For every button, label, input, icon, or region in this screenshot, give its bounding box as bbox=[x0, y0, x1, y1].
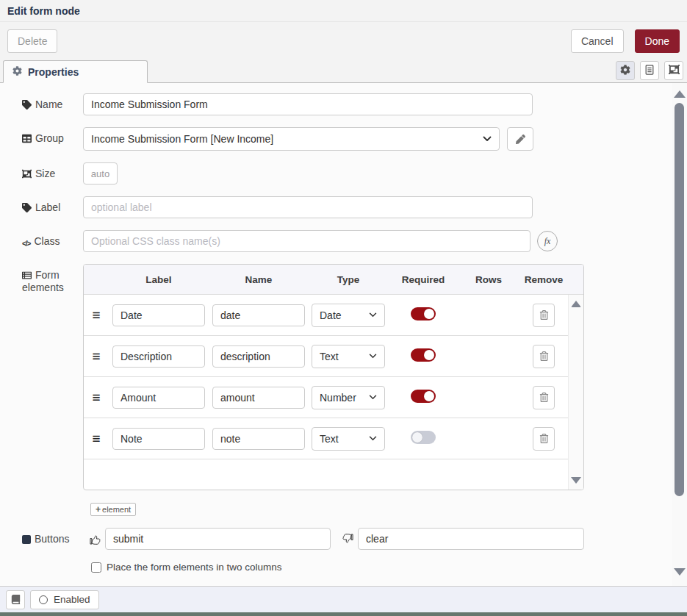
required-toggle[interactable] bbox=[411, 390, 436, 403]
class-input[interactable] bbox=[83, 230, 530, 252]
enabled-toggle-button[interactable]: Enabled bbox=[30, 590, 99, 609]
element-name-input[interactable] bbox=[212, 345, 305, 368]
class-row: </>Class fx bbox=[0, 224, 672, 258]
element-label-input[interactable] bbox=[112, 304, 205, 326]
chevron-down-icon bbox=[483, 136, 492, 142]
node-help-button[interactable] bbox=[6, 590, 25, 609]
trash-icon bbox=[539, 434, 549, 443]
drag-handle-icon[interactable]: ≡ bbox=[92, 308, 100, 322]
tab-properties-label: Properties bbox=[28, 66, 79, 78]
properties-tab-button[interactable] bbox=[616, 61, 635, 80]
delete-button[interactable]: Delete bbox=[7, 29, 57, 53]
thumbs-down-icon bbox=[342, 534, 353, 545]
trash-button[interactable] bbox=[533, 427, 555, 451]
description-tab-button[interactable] bbox=[640, 61, 659, 80]
scrollbar-thumb[interactable] bbox=[675, 103, 684, 496]
trash-button[interactable] bbox=[533, 386, 555, 409]
element-type-select[interactable]: Number bbox=[312, 386, 385, 409]
scroll-down-icon[interactable] bbox=[571, 477, 581, 484]
chevron-down-icon bbox=[369, 354, 377, 359]
tab-bar: Properties bbox=[0, 60, 687, 83]
add-element-button[interactable]: +element bbox=[90, 503, 136, 516]
element-name-input[interactable] bbox=[212, 387, 305, 409]
group-select[interactable]: Income Submission Form [New Income] bbox=[83, 127, 500, 151]
enabled-label: Enabled bbox=[54, 594, 90, 605]
table-header: Label Name Type Required Rows Remove bbox=[84, 265, 583, 295]
element-name-input[interactable] bbox=[212, 428, 305, 450]
form-elements-label: Form elements bbox=[7, 264, 83, 294]
drag-handle-icon[interactable]: ≡ bbox=[92, 349, 100, 363]
object-group-icon bbox=[669, 64, 680, 77]
required-toggle[interactable] bbox=[411, 431, 436, 444]
done-button[interactable]: Done bbox=[635, 29, 680, 53]
group-label: Group bbox=[7, 127, 83, 145]
scroll-down-icon[interactable] bbox=[674, 568, 686, 576]
name-input[interactable] bbox=[83, 93, 533, 115]
scroll-up-icon[interactable] bbox=[674, 90, 686, 98]
trash-icon bbox=[539, 351, 549, 361]
trash-button[interactable] bbox=[533, 304, 555, 327]
scroll-up-icon[interactable] bbox=[571, 301, 581, 307]
appearance-tab-button[interactable] bbox=[664, 61, 683, 80]
size-label: Size bbox=[7, 162, 83, 180]
enabled-circle-icon bbox=[39, 595, 48, 604]
name-row: Name bbox=[0, 87, 672, 121]
element-name-input[interactable] bbox=[212, 304, 305, 326]
label-label: Label bbox=[7, 196, 83, 214]
pencil-icon bbox=[516, 135, 525, 144]
col-header-remove: Remove bbox=[519, 274, 569, 285]
col-header-required: Required bbox=[388, 274, 458, 285]
table-row: ≡ Date bbox=[84, 295, 583, 336]
element-type-select[interactable]: Text bbox=[312, 345, 385, 368]
form-elements-table: Label Name Type Required Rows Remove ≡ D… bbox=[83, 264, 584, 490]
table-row: ≡ Number bbox=[84, 377, 583, 418]
gear-icon bbox=[620, 65, 630, 77]
col-header-type: Type bbox=[309, 274, 388, 285]
plus-icon: + bbox=[96, 504, 101, 515]
trash-button[interactable] bbox=[533, 345, 555, 368]
element-label-input[interactable] bbox=[112, 345, 205, 368]
tray-title: Edit form node bbox=[7, 5, 80, 17]
drag-handle-icon[interactable]: ≡ bbox=[92, 390, 100, 404]
two-columns-label: Place the form elements in two columns bbox=[107, 562, 282, 573]
code-icon: </> bbox=[22, 240, 30, 248]
label-input[interactable] bbox=[83, 196, 533, 218]
clear-button-input[interactable] bbox=[358, 528, 584, 550]
submit-button-input[interactable] bbox=[105, 528, 331, 550]
edit-group-button[interactable] bbox=[507, 127, 533, 151]
tab-properties[interactable]: Properties bbox=[3, 60, 148, 83]
class-label: </>Class bbox=[7, 230, 83, 250]
panel-scrollbar[interactable] bbox=[672, 83, 687, 586]
tray-footer: Enabled bbox=[0, 586, 687, 612]
two-columns-checkbox[interactable] bbox=[91, 562, 101, 573]
name-label: Name bbox=[7, 93, 83, 111]
col-header-rows: Rows bbox=[458, 274, 519, 285]
required-toggle[interactable] bbox=[411, 307, 436, 320]
fx-icon[interactable]: fx bbox=[537, 231, 558, 251]
element-type-select[interactable]: Date bbox=[312, 304, 385, 327]
table-row: ≡ Text bbox=[84, 418, 583, 459]
element-label-input[interactable] bbox=[112, 428, 205, 450]
edit-node-tray: Edit form node Delete Cancel Done Proper… bbox=[0, 0, 687, 616]
two-columns-row: Place the form elements in two columns bbox=[91, 562, 672, 573]
buttons-row: Buttons bbox=[0, 522, 672, 556]
tray-toolbar: Delete Cancel Done bbox=[0, 22, 687, 60]
form-elements-row: Form elements Label Name Type Required R… bbox=[0, 258, 672, 496]
table-icon bbox=[22, 134, 32, 143]
element-label-input[interactable] bbox=[112, 387, 205, 409]
size-button[interactable]: auto bbox=[83, 162, 118, 185]
cancel-button[interactable]: Cancel bbox=[571, 29, 624, 53]
chevron-down-icon bbox=[369, 395, 377, 400]
group-select-value: Income Submission Form [New Income] bbox=[91, 133, 273, 145]
required-toggle[interactable] bbox=[411, 348, 436, 362]
tab-actions bbox=[616, 61, 687, 82]
trash-icon bbox=[539, 310, 549, 320]
workspace-edge bbox=[0, 612, 687, 616]
gear-icon bbox=[12, 66, 22, 78]
drag-handle-icon[interactable]: ≡ bbox=[92, 431, 100, 445]
object-group-icon bbox=[22, 169, 32, 179]
element-type-select[interactable]: Text bbox=[312, 427, 385, 451]
table-scrollbar[interactable] bbox=[568, 295, 583, 490]
tag-icon bbox=[22, 100, 32, 110]
list-icon bbox=[22, 271, 32, 280]
